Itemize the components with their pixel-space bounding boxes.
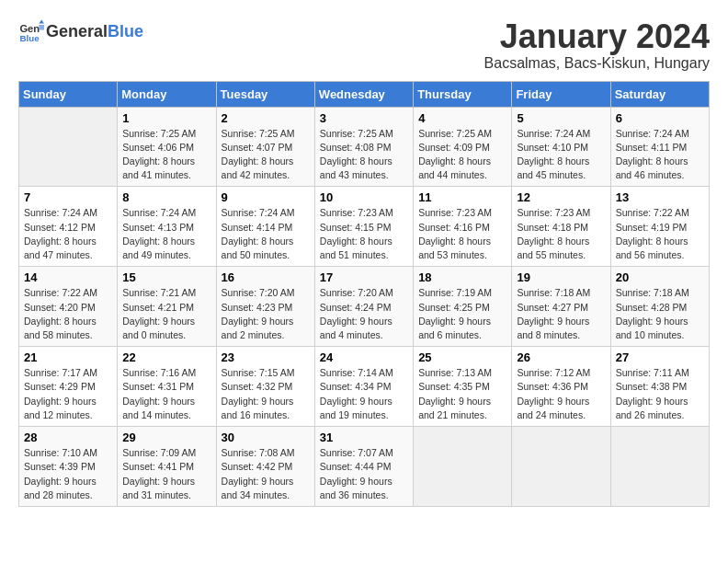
day-number: 24 [320,350,408,364]
day-info: Sunrise: 7:15 AMSunset: 4:32 PMDaylight:… [222,366,310,422]
header-row: Sunday Monday Tuesday Wednesday Thursday… [19,81,710,107]
calendar-title: January 2024 [484,18,710,55]
day-info: Sunrise: 7:13 AMSunset: 4:35 PMDaylight:… [418,366,506,422]
calendar-subtitle: Bacsalmas, Bacs-Kiskun, Hungary [484,55,710,72]
calendar-cell [512,427,610,507]
day-info: Sunrise: 7:25 AMSunset: 4:09 PMDaylight:… [418,127,506,183]
calendar-week-1: 1Sunrise: 7:25 AMSunset: 4:06 PMDaylight… [19,107,710,187]
calendar-cell: 31Sunrise: 7:07 AMSunset: 4:44 PMDayligh… [314,427,413,507]
day-number: 2 [222,111,310,125]
logo-general-text: General [46,22,108,41]
calendar-cell: 11Sunrise: 7:23 AMSunset: 4:16 PMDayligh… [414,187,512,267]
day-number: 8 [122,190,210,204]
day-number: 5 [517,111,605,125]
svg-marker-3 [39,25,44,30]
day-number: 25 [418,350,506,364]
calendar-cell: 21Sunrise: 7:17 AMSunset: 4:29 PMDayligh… [19,347,118,427]
col-friday: Friday [512,81,610,107]
calendar-cell: 5Sunrise: 7:24 AMSunset: 4:10 PMDaylight… [512,107,610,187]
calendar-cell: 23Sunrise: 7:15 AMSunset: 4:32 PMDayligh… [216,347,314,427]
day-info: Sunrise: 7:08 AMSunset: 4:42 PMDaylight:… [222,446,310,502]
day-number: 3 [320,111,408,125]
day-number: 14 [24,270,112,284]
day-number: 21 [24,350,112,364]
day-number: 17 [320,270,408,284]
day-number: 16 [222,270,310,284]
day-number: 28 [24,431,112,444]
calendar-week-4: 21Sunrise: 7:17 AMSunset: 4:29 PMDayligh… [19,347,710,427]
calendar-cell: 18Sunrise: 7:19 AMSunset: 4:25 PMDayligh… [414,267,512,347]
calendar-cell: 2Sunrise: 7:25 AMSunset: 4:07 PMDaylight… [216,107,314,187]
day-number: 13 [616,190,704,204]
calendar-week-3: 14Sunrise: 7:22 AMSunset: 4:20 PMDayligh… [19,267,710,347]
calendar-header: Sunday Monday Tuesday Wednesday Thursday… [19,81,710,107]
calendar-week-5: 28Sunrise: 7:10 AMSunset: 4:39 PMDayligh… [19,427,710,507]
day-info: Sunrise: 7:09 AMSunset: 4:41 PMDaylight:… [122,446,210,502]
day-number: 19 [517,270,605,284]
day-info: Sunrise: 7:24 AMSunset: 4:10 PMDaylight:… [517,127,605,183]
day-number: 12 [517,190,605,204]
svg-text:Blue: Blue [19,33,40,43]
logo-icon: Gen Blue [18,18,44,44]
day-number: 29 [122,431,210,444]
calendar-cell [610,427,709,507]
col-thursday: Thursday [414,81,512,107]
calendar-cell: 16Sunrise: 7:20 AMSunset: 4:23 PMDayligh… [216,267,314,347]
day-info: Sunrise: 7:20 AMSunset: 4:24 PMDaylight:… [320,286,408,342]
calendar-cell: 9Sunrise: 7:24 AMSunset: 4:14 PMDaylight… [216,187,314,267]
day-number: 9 [222,190,310,204]
day-info: Sunrise: 7:21 AMSunset: 4:21 PMDaylight:… [122,286,210,342]
day-number: 20 [616,270,704,284]
day-info: Sunrise: 7:25 AMSunset: 4:07 PMDaylight:… [222,127,310,183]
day-number: 26 [517,350,605,364]
day-info: Sunrise: 7:25 AMSunset: 4:06 PMDaylight:… [122,127,210,183]
calendar-cell: 30Sunrise: 7:08 AMSunset: 4:42 PMDayligh… [216,427,314,507]
calendar-cell: 29Sunrise: 7:09 AMSunset: 4:41 PMDayligh… [118,427,216,507]
title-area: January 2024 Bacsalmas, Bacs-Kiskun, Hun… [484,18,710,72]
day-info: Sunrise: 7:16 AMSunset: 4:31 PMDaylight:… [122,366,210,422]
day-number: 30 [222,431,310,444]
logo: Gen Blue General Blue [18,18,143,44]
calendar-cell: 28Sunrise: 7:10 AMSunset: 4:39 PMDayligh… [19,427,118,507]
day-number: 18 [418,270,506,284]
day-info: Sunrise: 7:07 AMSunset: 4:44 PMDaylight:… [320,446,408,502]
col-monday: Monday [118,81,216,107]
calendar-cell: 26Sunrise: 7:12 AMSunset: 4:36 PMDayligh… [512,347,610,427]
day-number: 27 [616,350,704,364]
calendar-cell: 25Sunrise: 7:13 AMSunset: 4:35 PMDayligh… [414,347,512,427]
day-info: Sunrise: 7:14 AMSunset: 4:34 PMDaylight:… [320,366,408,422]
calendar-cell: 14Sunrise: 7:22 AMSunset: 4:20 PMDayligh… [19,267,118,347]
calendar-table: Sunday Monday Tuesday Wednesday Thursday… [18,81,710,507]
day-number: 31 [320,431,408,444]
calendar-cell [414,427,512,507]
day-number: 1 [122,111,210,125]
day-info: Sunrise: 7:20 AMSunset: 4:23 PMDaylight:… [222,286,310,342]
day-number: 11 [418,190,506,204]
day-info: Sunrise: 7:24 AMSunset: 4:13 PMDaylight:… [122,206,210,262]
day-info: Sunrise: 7:23 AMSunset: 4:16 PMDaylight:… [418,206,506,262]
day-info: Sunrise: 7:11 AMSunset: 4:38 PMDaylight:… [616,366,704,422]
day-info: Sunrise: 7:19 AMSunset: 4:25 PMDaylight:… [418,286,506,342]
day-number: 23 [222,350,310,364]
logo-blue-text: Blue [108,22,143,41]
calendar-cell: 24Sunrise: 7:14 AMSunset: 4:34 PMDayligh… [314,347,413,427]
day-number: 10 [320,190,408,204]
calendar-cell: 13Sunrise: 7:22 AMSunset: 4:19 PMDayligh… [610,187,709,267]
day-info: Sunrise: 7:18 AMSunset: 4:27 PMDaylight:… [517,286,605,342]
calendar-cell: 8Sunrise: 7:24 AMSunset: 4:13 PMDaylight… [118,187,216,267]
day-info: Sunrise: 7:23 AMSunset: 4:15 PMDaylight:… [320,206,408,262]
day-info: Sunrise: 7:10 AMSunset: 4:39 PMDaylight:… [24,446,112,502]
col-wednesday: Wednesday [314,81,413,107]
day-number: 4 [418,111,506,125]
day-info: Sunrise: 7:23 AMSunset: 4:18 PMDaylight:… [517,206,605,262]
calendar-cell: 15Sunrise: 7:21 AMSunset: 4:21 PMDayligh… [118,267,216,347]
header: Gen Blue General Blue January 2024 Bacsa… [18,18,710,72]
day-info: Sunrise: 7:22 AMSunset: 4:19 PMDaylight:… [616,206,704,262]
calendar-cell: 27Sunrise: 7:11 AMSunset: 4:38 PMDayligh… [610,347,709,427]
calendar-cell: 1Sunrise: 7:25 AMSunset: 4:06 PMDaylight… [118,107,216,187]
day-number: 15 [122,270,210,284]
calendar-cell: 3Sunrise: 7:25 AMSunset: 4:08 PMDaylight… [314,107,413,187]
col-tuesday: Tuesday [216,81,314,107]
day-number: 22 [122,350,210,364]
day-info: Sunrise: 7:24 AMSunset: 4:11 PMDaylight:… [616,127,704,183]
